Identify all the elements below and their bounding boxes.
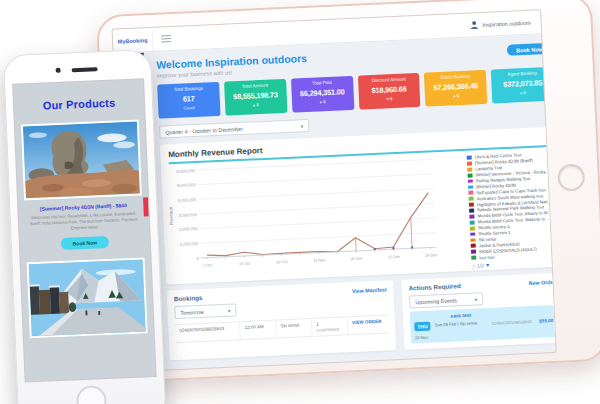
booking-status: CONFIRMED: [316, 327, 343, 332]
customer-link[interactable]: sara test: [436, 345, 489, 349]
legend-swatch: [471, 250, 476, 254]
tablet-device: MyBooking Inspiration outdoors ▦Dashboar…: [96, 0, 600, 383]
stat-value: $372,073.85: [492, 77, 552, 89]
quarter-select-value: Quarter 4 - October to December: [165, 125, 243, 135]
feedback-tab[interactable]: [143, 197, 149, 216]
user-menu[interactable]: Inspiration outdoors: [469, 11, 531, 37]
y-axis-tick: 6,000,000: [171, 168, 195, 174]
stage: MyBooking Inspiration outdoors ▦Dashboar…: [0, 0, 600, 404]
booking-qty: 1CONFIRMED: [312, 317, 349, 335]
stat-footer: ▴ $: [426, 92, 486, 100]
y-axis-tick: 0: [175, 256, 199, 262]
legend-next-icon: ▼: [485, 262, 490, 268]
stat-value: $6,294,351.00: [292, 86, 352, 98]
actions-title: Actions Required: [409, 282, 461, 291]
actions-filter-select[interactable]: Upcoming Events ▾: [409, 292, 484, 308]
stat-card[interactable]: Agent Booking$372,073.85▴ $: [491, 67, 554, 104]
phone-screen: Our Products: [13, 79, 155, 381]
booking-id: 024690300198928943: [175, 322, 241, 341]
product-book-now-button[interactable]: Book Now: [61, 236, 109, 250]
booking-row: 024690300198928943 12:00 AM Ski rental 1…: [175, 315, 389, 343]
view-manifest-link[interactable]: View Manifest: [352, 286, 387, 294]
stat-value: $7,266,366.46: [426, 80, 486, 92]
stat-card[interactable]: Direct Booking$7,266,366.46▴ $: [424, 70, 487, 107]
product-image-banff[interactable]: [27, 257, 148, 338]
quarter-select[interactable]: Quarter 4 - October to December ▾: [159, 119, 309, 139]
stat-footer: ▾ $: [359, 95, 419, 103]
event-date: 24 Nov: [415, 334, 431, 340]
legend-swatch: [468, 191, 473, 195]
phone-camera: [56, 68, 61, 73]
chart-plot-area: [197, 155, 437, 270]
legend-label: Ski rental: [478, 236, 496, 242]
bookings-title: Bookings: [174, 294, 203, 302]
phone-home-button[interactable]: [76, 385, 107, 404]
stat-label: Total Bookings: [158, 85, 218, 93]
bookings-filter-select[interactable]: Tomorrow ▾: [174, 303, 237, 319]
legend-swatch: [471, 244, 476, 248]
stat-card[interactable]: Total Bookings617Count: [157, 82, 220, 119]
legend-swatch: [471, 256, 476, 260]
x-axis-tick: 10 Dec: [388, 254, 401, 260]
chevron-down-icon: ▾: [228, 307, 231, 313]
x-axis-tick: 15 Oct: [239, 261, 251, 267]
user-name: Inspiration outdoors: [482, 19, 531, 27]
phone-page-title: Our Products: [14, 95, 144, 112]
legend-pagination[interactable]: △ 1/2 ▼: [472, 259, 554, 269]
y-axis-tick: 3,000,000: [173, 212, 197, 218]
y-axis-tick: 1,000,000: [174, 241, 198, 247]
x-axis-tick: 26 Nov: [350, 256, 363, 262]
order-amount[interactable]: $55.00: [539, 318, 553, 324]
customer-link[interactable]: sara test: [434, 311, 487, 319]
chevron-down-icon: ▾: [300, 123, 303, 129]
x-axis-tick: 24 Dec: [425, 252, 438, 258]
legend-swatch: [470, 232, 475, 236]
stat-label: Total Amount: [225, 82, 285, 90]
logo-text: MyBooking: [118, 37, 148, 44]
phone-device: Our Products: [3, 49, 166, 404]
dashboard-screen: MyBooking Inspiration outdoors ▦Dashboar…: [113, 10, 556, 371]
chevron-down-icon: ▾: [475, 296, 478, 302]
book-now-button[interactable]: Book Now: [507, 43, 552, 56]
view-order-link[interactable]: VIEW ORDER: [348, 316, 389, 334]
booking-product: Ski rental: [276, 319, 313, 337]
x-axis-tick: 29 Oct: [276, 259, 288, 265]
legend-label: bus tour: [479, 254, 495, 260]
legend-swatch: [470, 226, 475, 230]
legend-swatch: [467, 156, 472, 160]
legend-swatch: [468, 179, 473, 183]
stat-card[interactable]: Discount Amount$18,960.66▾ $: [357, 73, 420, 110]
menu-icon[interactable]: [161, 33, 171, 44]
stat-footer: Count: [159, 104, 219, 112]
stat-label: Direct Booking: [425, 73, 485, 81]
tablet-home-button[interactable]: [557, 163, 585, 191]
product-image-rocks[interactable]: [21, 120, 142, 201]
stat-card[interactable]: Total Amount$8,555,198.73▴ $: [224, 79, 287, 116]
revenue-chart-card: Monthly Revenue Report Revenue 6,000,000…: [160, 127, 556, 285]
main-content: Welcome Inspiration outdoors Improve you…: [144, 33, 556, 370]
legend-swatch: [470, 220, 475, 224]
avatar-icon: [469, 20, 478, 29]
stat-footer: ▴ $: [226, 101, 286, 109]
legend-swatch: [467, 161, 472, 165]
app-logo[interactable]: MyBooking: [113, 28, 154, 53]
legend-swatch: [469, 197, 474, 201]
event-detail: Sun 05 Feb | Ski rental: [435, 320, 488, 327]
legend-swatch: [470, 238, 475, 242]
day-badge: THU: [414, 321, 431, 331]
stat-card[interactable]: Total Paid$6,294,351.00▴ $: [291, 76, 354, 113]
legend-swatch: [467, 167, 472, 171]
new-order-link[interactable]: New Order: [529, 278, 556, 285]
action-row[interactable]: THU 24 Nov sara test Sun 05 Feb | Ski re…: [410, 305, 556, 343]
product-description: Vancouver city tour, Revelstoke, Lake Lo…: [28, 210, 141, 233]
booking-time: 12:00 AM: [240, 321, 277, 339]
actions-panel: Actions Required New Order Upcoming Even…: [401, 273, 555, 350]
stat-label: Agent Booking: [492, 70, 552, 78]
stat-label: Discount Amount: [359, 76, 419, 84]
legend-swatch: [469, 203, 474, 207]
x-axis-tick: 1 Oct: [203, 262, 213, 267]
stat-value: $8,555,198.73: [225, 89, 285, 101]
phone-speaker: [72, 67, 98, 72]
legend-swatch: [469, 209, 474, 213]
legend-swatch: [467, 173, 472, 177]
